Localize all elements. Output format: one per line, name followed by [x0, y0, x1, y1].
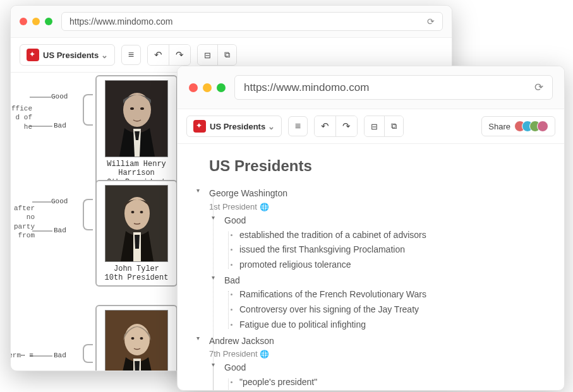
svg-point-3	[140, 107, 144, 110]
outline-section-good[interactable]: Good "people's president" Nullification …	[224, 360, 543, 391]
annotation-icon: ⋯ ≡	[21, 351, 33, 359]
connector-bracket	[83, 199, 93, 230]
outline-bullet[interactable]: Nullification Crisis	[239, 390, 543, 391]
mindmap-node-tyler[interactable]: John Tyler10th President	[95, 180, 178, 287]
portrait-tyler	[106, 186, 168, 261]
svg-point-11	[140, 337, 143, 340]
menu-button[interactable]	[288, 116, 308, 136]
window-controls	[20, 18, 52, 25]
outline-bullet[interactable]: established the tradition of a cabinet o…	[239, 228, 543, 243]
url-text: https://www.mindomo.com	[244, 81, 369, 94]
undo-button[interactable]	[315, 116, 336, 136]
outline-section-good[interactable]: Good established the tradition of a cabi…	[224, 213, 543, 273]
document-selector[interactable]: US Presidents	[186, 116, 282, 137]
outline-item-washington[interactable]: George Washington 1st President 🌐 Good e…	[209, 186, 543, 333]
document-selector[interactable]: US Presidents	[20, 44, 115, 66]
svg-point-7	[140, 211, 143, 213]
outline-name: George Washington	[209, 188, 287, 198]
svg-point-2	[130, 107, 134, 110]
connector-line	[32, 230, 52, 232]
edge-fragment: after no party from	[10, 204, 35, 240]
svg-point-10	[131, 337, 135, 340]
node-portrait-frame	[105, 80, 168, 157]
outline-bullet[interactable]: issued the first Thanksgiving Proclamati…	[239, 242, 543, 258]
document-title: US Presidents	[43, 50, 108, 60]
url-bar[interactable]: https://www.mindomo.com ⟳	[234, 75, 553, 100]
close-window-icon[interactable]	[20, 18, 27, 25]
collaborator-avatars	[514, 121, 548, 132]
connector-bracket	[83, 94, 93, 126]
browser-window-front: https://www.mindomo.com ⟳ US Presidents …	[177, 66, 565, 391]
app-toolbar: US Presidents Share	[178, 109, 564, 144]
outline-bullet[interactable]: Controversy over his signing of the Jay …	[239, 302, 543, 318]
outline-bullet[interactable]: "people's president"	[239, 375, 543, 390]
undo-redo-group	[314, 116, 358, 137]
node-portrait-frame	[105, 185, 168, 262]
minimize-window-icon[interactable]	[203, 83, 212, 92]
outline-item-jackson[interactable]: Andrew Jackson 7th President 🌐 Good "peo…	[209, 334, 543, 391]
connector-line	[32, 201, 51, 203]
page-title: US Presidents	[209, 154, 543, 177]
outline-bullet[interactable]: Ramifications of the French Revolutionar…	[239, 287, 543, 302]
mindmap-view-icon	[204, 50, 211, 60]
tag-bad: Bad	[54, 122, 66, 129]
outline-view-icon	[391, 121, 397, 131]
close-window-icon[interactable]	[189, 83, 198, 92]
outline-bullet[interactable]: promoted religious tolerance	[239, 258, 543, 273]
view-mindmap-button[interactable]	[365, 116, 385, 136]
maximize-window-icon[interactable]	[217, 83, 226, 92]
globe-icon: 🌐	[260, 203, 269, 211]
mindmap-node-harrison[interactable]: William Henry Harrison9th President	[95, 75, 178, 191]
edge-fragment: erm	[10, 351, 21, 360]
portrait-polk	[106, 311, 168, 371]
refresh-icon[interactable]: ⟳	[534, 81, 543, 94]
outline-name: Andrew Jackson	[209, 336, 274, 346]
app-logo-icon	[27, 49, 39, 61]
undo-icon	[321, 121, 329, 132]
node-portrait-frame	[105, 310, 168, 371]
undo-redo-group	[147, 44, 191, 66]
app-logo-icon	[193, 120, 206, 133]
tag-good: Good	[51, 198, 68, 205]
redo-button[interactable]	[169, 45, 190, 65]
undo-button[interactable]	[148, 45, 169, 65]
maximize-window-icon[interactable]	[45, 18, 52, 25]
tag-bad: Bad	[54, 352, 66, 359]
view-mode-group	[364, 116, 404, 137]
tag-good: Good	[51, 93, 68, 100]
refresh-icon[interactable]: ⟳	[427, 16, 435, 27]
tag-bad: Bad	[54, 227, 66, 234]
globe-icon: 🌐	[260, 350, 269, 359]
view-outline-button[interactable]	[385, 116, 403, 136]
share-label: Share	[488, 122, 510, 131]
menu-icon	[295, 121, 301, 132]
outline-view[interactable]: US Presidents George Washington 1st Pres…	[178, 144, 564, 391]
view-mindmap-button[interactable]	[198, 45, 218, 65]
share-button[interactable]: Share	[481, 116, 555, 136]
redo-icon	[176, 49, 184, 61]
window-controls	[189, 83, 226, 92]
outline-subtitle: 1st President 🌐	[209, 201, 543, 213]
titlebar: https://www.mindomo.com ⟳	[178, 66, 564, 109]
url-text: https://www.mindomo.com	[69, 16, 172, 27]
view-mode-group	[197, 44, 237, 66]
outline-bullet[interactable]: Fatigue due to political infighting	[239, 318, 543, 333]
redo-button[interactable]	[336, 116, 357, 136]
url-bar[interactable]: https://www.mindomo.com ⟳	[61, 12, 443, 31]
titlebar: https://www.mindomo.com ⟳	[11, 6, 452, 38]
mindmap-node-polk[interactable]: James K. Polk11th President	[95, 305, 178, 371]
minimize-window-icon[interactable]	[32, 18, 40, 25]
menu-button[interactable]	[121, 45, 141, 65]
outline-view-icon	[224, 50, 230, 60]
outline-section-bad[interactable]: Bad Ramifications of the French Revoluti…	[224, 273, 543, 333]
connector-line	[30, 126, 52, 127]
connector-line	[30, 97, 51, 98]
avatar	[537, 121, 548, 132]
portrait-harrison	[106, 81, 168, 157]
outline-subtitle: 7th President 🌐	[209, 348, 543, 360]
view-outline-button[interactable]	[218, 45, 236, 65]
document-title: US Presidents	[210, 122, 275, 131]
redo-icon	[342, 121, 351, 132]
svg-point-6	[131, 211, 135, 213]
svg-point-9	[124, 324, 150, 355]
